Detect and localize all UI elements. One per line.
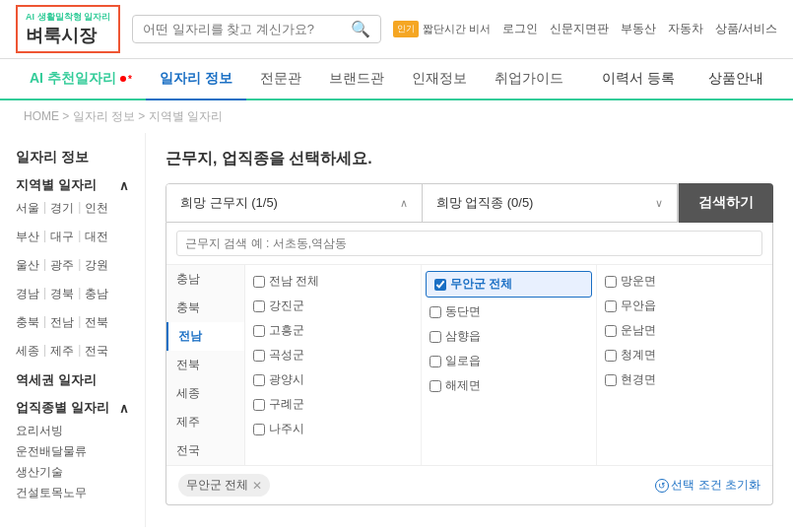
cb-haeje[interactable] [430,380,441,392]
sub-hyeongyeong[interactable]: 현경면 [597,367,772,392]
link-chungbuk[interactable]: 충북 [16,314,39,331]
link-seoul[interactable]: 서울 [16,200,39,217]
sidebar-regional-jobs[interactable]: 지역별 일자리 ∧ [16,176,129,194]
nav-item-ai[interactable]: AI 추천일자리 * [16,58,146,100]
sub-goheung[interactable]: 고흥군 [245,318,421,343]
breadcrumb: HOME > 일자리 정보 > 지역별 일자리 [0,100,793,133]
link-nationwide[interactable]: 전국 [85,343,108,360]
link-incheon[interactable]: 인천 [85,200,108,217]
cb-jeonnam-all[interactable] [253,276,265,288]
popular-sub: 짧단시간 비서 [423,22,491,36]
link-gwangju[interactable]: 광주 [50,257,74,274]
header-link-paper[interactable]: 신문지면판 [550,21,609,37]
nav-item-expert[interactable]: 전문관 [246,58,315,100]
header-link-realty[interactable]: 부동산 [621,21,656,37]
cb-gangjin[interactable] [253,300,265,312]
cb-goheung[interactable] [253,325,265,337]
breadcrumb-text: HOME > 일자리 정보 > 지역별 일자리 [24,109,223,123]
search-button[interactable]: 🔍 [351,20,370,38]
nav-guide-label: 취업가이드 [495,70,563,88]
search-box: 🔍 [132,15,381,43]
region-jeonbuk[interactable]: 전북 [166,351,244,379]
region-jeonnam[interactable]: 전남 [166,322,244,351]
location-search-input[interactable] [176,231,762,256]
sub-gokseong[interactable]: 곡성군 [245,343,421,367]
cb-gwangyang[interactable] [253,374,265,386]
region-nationwide[interactable]: 전국 [166,436,244,465]
link-ulsan[interactable]: 울산 [16,257,39,274]
sidebar-job-production[interactable]: 생산기술 [16,464,129,481]
search-submit-btn[interactable]: 검색하기 [679,183,773,223]
region-jeju[interactable]: 제주 [166,408,244,436]
sidebar-job-cooking[interactable]: 요리서빙 [16,423,129,439]
sidebar-job-type-header[interactable]: 업직종별 일자리 ∧ [16,399,129,417]
sub-gwangyang[interactable]: 광양시 [245,367,421,392]
sub-illo[interactable]: 일로읍 [422,349,597,373]
selected-tag-muan: 무안군 전체 ✕ [178,474,270,497]
nav-resume-register[interactable]: 이력서 등록 [588,58,689,100]
nav-product-guide[interactable]: 상품안내 [694,58,777,100]
sub-gurye[interactable]: 구례군 [245,392,421,417]
cb-hyeongyeong[interactable] [605,374,617,386]
region-chungbuk[interactable]: 충북 [166,294,244,322]
cb-unnam[interactable] [605,325,617,337]
reset-conditions-btn[interactable]: ↺ 선택 조건 초기화 [655,477,760,494]
tag-remove-btn[interactable]: ✕ [252,479,262,493]
link-chungnam[interactable]: 충남 [85,286,108,302]
nav-expert-label: 전문관 [260,70,301,88]
sub-naju[interactable]: 나주시 [245,417,421,441]
link-jeonnam[interactable]: 전남 [50,314,74,331]
sub-haeje[interactable]: 해제면 [422,373,597,398]
sidebar-metro-label[interactable]: 역세권 일자리 [16,371,129,389]
cb-illo[interactable] [430,356,441,367]
cb-muan-all[interactable] [434,279,446,291]
nav-item-job-info[interactable]: 일자리 정보 [146,59,246,100]
cb-dongdan[interactable] [430,306,441,318]
sub-muan-eup[interactable]: 무안읍 [597,294,772,318]
sub-muan-all[interactable]: 무안군 전체 [426,271,593,298]
cb-naju[interactable] [253,424,265,435]
sidebar-metro-jobs: 역세권 일자리 [16,371,129,389]
cb-samhyang[interactable] [430,331,441,343]
sub-cheongye[interactable]: 청계면 [597,343,772,367]
region-sejong[interactable]: 세종 [166,379,244,408]
link-gyeongnam[interactable]: 경남 [16,286,39,302]
link-gangwon[interactable]: 강원 [85,257,108,274]
region-chungnam[interactable]: 충남 [166,265,244,294]
nav-item-guide[interactable]: 취업가이드 [481,58,577,100]
sub-dongdan[interactable]: 동단면 [422,299,597,324]
cb-cheongye[interactable] [605,350,617,362]
link-daegu[interactable]: 대구 [50,229,74,245]
link-jeju[interactable]: 제주 [50,343,74,360]
link-sejong[interactable]: 세종 [16,343,39,360]
sub-unnam[interactable]: 운남면 [597,318,772,343]
sidebar-job-construction[interactable]: 건설토목노무 [16,485,129,501]
sub-mangun[interactable]: 망운면 [597,269,772,294]
cb-muan-eup[interactable] [605,300,617,312]
popular-badge: 인기 [393,21,419,37]
header-link-auto[interactable]: 자동차 [668,21,703,37]
cb-gurye[interactable] [253,399,265,411]
search-input[interactable] [143,22,351,36]
sidebar-job-delivery[interactable]: 운전배달물류 [16,443,129,460]
header-link-login[interactable]: 로그인 [502,21,538,37]
ai-dot [120,76,126,82]
header: AI 생활밀착형 일자리 벼룩시장 🔍 인기 짧단시간 비서 로그인 신문지면판… [0,0,793,59]
sub-gangjin[interactable]: 강진군 [245,294,421,318]
link-jeonbuk[interactable]: 전북 [85,314,108,331]
logo[interactable]: AI 생활밀착형 일자리 벼룩시장 [16,5,120,53]
sidebar-regional-links4: 경남| 경북| 충남 [16,286,129,302]
link-gyeongbuk[interactable]: 경북 [50,286,74,302]
link-busan[interactable]: 부산 [16,229,39,245]
sub-jeonnam-all[interactable]: 전남 전체 [245,269,421,294]
nav-item-talent[interactable]: 인재정보 [398,58,481,100]
link-daejeon[interactable]: 대전 [85,229,108,245]
filter-jobtype-btn[interactable]: 희망 업직종 (0/5) ∨ [423,184,679,222]
nav-item-brand[interactable]: 브랜드관 [315,58,398,100]
cb-mangun[interactable] [605,276,617,288]
sub-samhyang[interactable]: 삼향읍 [422,324,597,349]
header-link-shop[interactable]: 상품/서비스 [715,21,777,37]
cb-gokseong[interactable] [253,350,265,362]
link-gyeonggi[interactable]: 경기 [50,200,74,217]
filter-location-btn[interactable]: 희망 근무지 (1/5) ∧ [166,184,423,222]
